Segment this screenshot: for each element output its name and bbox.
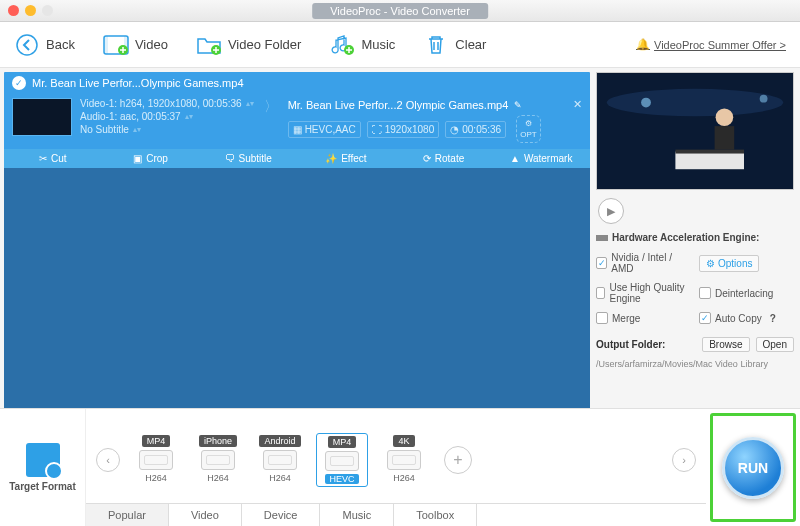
video-icon <box>103 34 129 56</box>
effect-button[interactable]: ✨Effect <box>297 153 395 164</box>
svg-point-13 <box>641 98 651 108</box>
music-label: Music <box>361 37 395 52</box>
output-dur-chip[interactable]: ◔ 00:05:36 <box>445 121 506 138</box>
folder-label: Video Folder <box>228 37 301 52</box>
edit-name-icon[interactable]: ✎ <box>514 100 522 110</box>
window-title: VideoProc - Video Converter <box>312 3 488 19</box>
back-button[interactable]: Back <box>14 34 75 56</box>
preview-player[interactable] <box>596 72 794 190</box>
tab-toolbox[interactable]: Toolbox <box>394 504 477 526</box>
source-meta: Video-1: h264, 1920x1080, 00:05:36▴▾ Aud… <box>80 98 254 135</box>
format-add-button[interactable]: + <box>444 446 472 474</box>
clear-label: Clear <box>455 37 486 52</box>
minimize-icon[interactable] <box>25 5 36 16</box>
offer-link[interactable]: 🔔 VideoProc Summer Offer > <box>636 38 786 51</box>
format-card-android-h264[interactable]: AndroidH264 <box>254 433 306 487</box>
add-folder-button[interactable]: Video Folder <box>196 34 301 56</box>
queue-item-header: ✓ Mr. Bean Live Perfor...Olympic Games.m… <box>4 72 590 94</box>
output-meta: Mr. Bean Live Perfor...2 Olympic Games.m… <box>288 98 582 143</box>
format-tabs: PopularVideoDeviceMusicToolbox <box>86 503 706 526</box>
output-title: Mr. Bean Live Perfor...2 Olympic Games.m… <box>288 99 509 111</box>
format-card-iphone-h264[interactable]: iPhoneH264 <box>192 433 244 487</box>
chevron-updown-icon[interactable]: ▴▾ <box>246 99 254 108</box>
chip-icon <box>596 235 608 241</box>
format-card-4k-h264[interactable]: 4KH264 <box>378 433 430 487</box>
source-title: Mr. Bean Live Perfor...Olympic Games.mp4 <box>32 77 252 89</box>
hq-checkbox[interactable]: Use High Quality Engine <box>596 279 691 307</box>
remove-item-icon[interactable]: ✕ <box>573 98 582 111</box>
tab-device[interactable]: Device <box>242 504 321 526</box>
chevron-updown-icon[interactable]: ▴▾ <box>185 112 193 121</box>
svg-point-0 <box>17 35 37 55</box>
bottom-panel: Target Format ‹ MP4H264iPhoneH264Android… <box>0 408 800 526</box>
offer-label: VideoProc Summer Offer > <box>654 39 786 51</box>
autocopy-checkbox[interactable]: Auto Copy ? <box>699 309 794 327</box>
format-next-button[interactable]: › <box>672 448 696 472</box>
cut-button[interactable]: ✂Cut <box>4 153 102 164</box>
video-track: Video-1: h264, 1920x1080, 00:05:36 <box>80 98 242 109</box>
audio-track: Audio-1: aac, 00:05:37 <box>80 111 181 122</box>
target-format[interactable]: Target Format <box>0 409 86 526</box>
target-format-icon <box>26 443 60 477</box>
source-thumbnail <box>12 98 72 136</box>
chevron-updown-icon[interactable]: ▴▾ <box>133 125 141 134</box>
queue-item[interactable]: ✓ Mr. Bean Live Perfor...Olympic Games.m… <box>4 72 590 168</box>
nvidia-checkbox[interactable]: Nvidia / Intel / AMD <box>596 249 691 277</box>
tab-popular[interactable]: Popular <box>86 504 169 526</box>
format-card-mp4-hevc[interactable]: MP4HEVC <box>316 433 368 487</box>
play-button[interactable]: ▶ <box>598 198 624 224</box>
format-card-mp4-h264[interactable]: MP4H264 <box>130 433 182 487</box>
rotate-button[interactable]: ⟳Rotate <box>395 153 493 164</box>
tab-music[interactable]: Music <box>320 504 394 526</box>
svg-rect-12 <box>675 150 744 154</box>
run-box: RUN <box>710 413 796 522</box>
bell-icon: 🔔 <box>636 38 650 51</box>
toolbar: Back Video Video Folder Music Clear 🔔 Vi… <box>0 22 800 68</box>
queue-panel: ✓ Mr. Bean Live Perfor...Olympic Games.m… <box>0 68 590 408</box>
maximize-icon <box>42 5 53 16</box>
close-icon[interactable] <box>8 5 19 16</box>
queue-item-body: Video-1: h264, 1920x1080, 00:05:36▴▾ Aud… <box>4 94 590 149</box>
svg-point-8 <box>607 89 783 116</box>
codec-options-button[interactable]: ⚙OPT <box>516 115 540 143</box>
back-icon <box>14 34 40 56</box>
window-controls <box>8 5 53 16</box>
output-res-chip[interactable]: ⛶ 1920x1080 <box>367 121 440 138</box>
format-prev-button[interactable]: ‹ <box>96 448 120 472</box>
svg-rect-2 <box>104 36 108 54</box>
arrow-icon: 〉 <box>262 98 280 116</box>
hw-options-button[interactable]: ⚙Options <box>699 255 759 272</box>
svg-point-14 <box>760 95 768 103</box>
subtitle-track: No Subtitle <box>80 124 129 135</box>
side-panel: ▶ Hardware Acceleration Engine: Nvidia /… <box>590 68 800 408</box>
add-video-button[interactable]: Video <box>103 34 168 56</box>
watermark-button[interactable]: ▲Watermark <box>492 153 590 164</box>
check-icon[interactable]: ✓ <box>12 76 26 90</box>
svg-rect-11 <box>675 152 744 170</box>
run-button[interactable]: RUN <box>722 437 784 499</box>
edit-toolbar: ✂Cut ▣Crop 🗨Subtitle ✨Effect ⟳Rotate ▲Wa… <box>4 149 590 168</box>
music-icon <box>329 34 355 56</box>
subtitle-button[interactable]: 🗨Subtitle <box>199 153 297 164</box>
svg-rect-10 <box>715 126 735 150</box>
output-codec-chip[interactable]: ▦ HEVC,AAC <box>288 121 361 138</box>
merge-checkbox[interactable]: Merge <box>596 309 691 327</box>
main-area: ✓ Mr. Bean Live Perfor...Olympic Games.m… <box>0 68 800 408</box>
target-format-label: Target Format <box>9 481 76 492</box>
browse-button[interactable]: Browse <box>702 337 749 352</box>
hw-accel-label: Hardware Acceleration Engine: <box>596 232 794 243</box>
output-folder-label: Output Folder: <box>596 339 665 350</box>
tab-video[interactable]: Video <box>169 504 242 526</box>
gear-icon: ⚙ <box>706 258 715 269</box>
clear-button[interactable]: Clear <box>423 34 486 56</box>
open-button[interactable]: Open <box>756 337 794 352</box>
format-selector: ‹ MP4H264iPhoneH264AndroidH264MP4HEVC4KH… <box>86 409 706 526</box>
folder-icon <box>196 34 222 56</box>
back-label: Back <box>46 37 75 52</box>
crop-button[interactable]: ▣Crop <box>102 153 200 164</box>
deinterlace-checkbox[interactable]: Deinterlacing <box>699 279 794 307</box>
svg-point-9 <box>716 108 734 126</box>
output-folder-path: /Users/arfamirza/Movies/Mac Video Librar… <box>596 359 794 369</box>
help-icon[interactable]: ? <box>770 313 776 324</box>
add-music-button[interactable]: Music <box>329 34 395 56</box>
